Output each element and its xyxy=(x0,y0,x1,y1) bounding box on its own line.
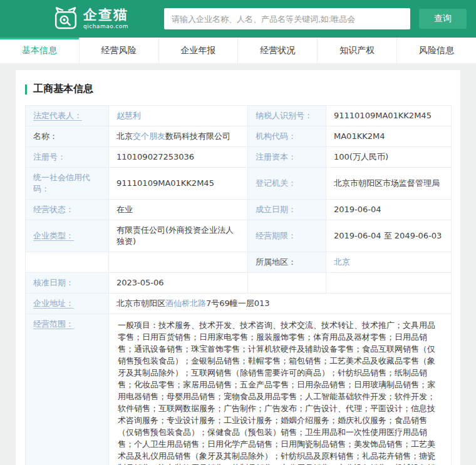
approval-date-value: 2023-05-06 xyxy=(109,273,248,294)
row-name-org-code: 名称： 北京交个朋友数码科技有限公司 机构代码： MA01KK2M4 xyxy=(26,126,452,147)
info-table: 法定代表人： 赵慧利 纳税人识别号： 91110109MA01KK2M45 名称… xyxy=(25,105,452,465)
logo-domain: qichamao.com xyxy=(83,23,128,29)
search-bar: 查询 xyxy=(164,8,467,29)
company-name-highlight-link[interactable]: 交个朋友 xyxy=(133,131,165,141)
row-approval-date: 核准日期： 2023-05-06 xyxy=(26,273,452,294)
section-title: 工商基本信息 xyxy=(25,83,451,96)
approval-date-label: 核准日期： xyxy=(26,273,109,294)
biz-status-label: 经营状态： xyxy=(26,200,109,220)
reg-authority-value: 北京市朝阳区市场监督管理局 xyxy=(326,168,452,200)
main-content: 工商基本信息 法定代表人： 赵慧利 纳税人识别号： 91110109MA01KK… xyxy=(0,63,476,465)
legal-rep-label: 法定代表人： xyxy=(26,106,109,126)
company-type-value: 有限责任公司(外商投资企业法人独资) xyxy=(109,220,248,252)
org-code-value: MA01KK2M4 xyxy=(326,126,452,147)
search-input[interactable] xyxy=(164,8,410,29)
reg-capital-label: 注册资本： xyxy=(248,147,326,168)
row-reg-no-capital: 注册号： 110109027253036 注册资本： 100(万人民币) xyxy=(26,147,452,168)
section-title-text: 工商基本信息 xyxy=(33,83,93,96)
credit-code-label: 统一社会信用代码： xyxy=(26,168,109,200)
row-business-scope: 经营范围： 一般项目：技术服务、技术开发、技术咨询、技术交流、技术转让、技术推广… xyxy=(26,314,452,465)
tab-bar: 基本信息 经营风险 企业年报 经营状况 知识产权 风险信息 xyxy=(0,38,476,63)
logo-title: 企查猫 xyxy=(83,8,128,22)
reg-no-value: 110109027253036 xyxy=(109,147,248,168)
tax-id-label: 纳税人识别号： xyxy=(248,106,326,126)
row-legal-rep-tax-id: 法定代表人： 赵慧利 纳税人识别号： 91110109MA01KK2M45 xyxy=(26,106,452,126)
company-type-label: 企业类型： xyxy=(26,220,109,252)
empty-cell xyxy=(326,273,452,294)
row-credit-code-authority: 统一社会信用代码： 91110109MA01KK2M45 登记机关： 北京市朝阳… xyxy=(26,168,452,200)
address-label: 企业地址： xyxy=(26,294,109,314)
row-status-establish-date: 经营状态： 在业 成立日期： 2019-06-04 xyxy=(26,200,452,220)
row-address: 企业地址： 北京市朝阳区酒仙桥北路7号69幢一层013 xyxy=(26,294,452,314)
logo-text: 企查猫 qichamao.com xyxy=(83,8,128,29)
biz-scope-value: 一般项目：技术服务、技术开发、技术咨询、技术交流、技术转让、技术推广；文具用品零… xyxy=(109,314,452,465)
region-link[interactable]: 北京 xyxy=(334,257,350,267)
empty-cell xyxy=(26,252,109,273)
address-value: 北京市朝阳区酒仙桥北路7号69幢一层013 xyxy=(109,294,452,314)
biz-scope-label: 经营范围： xyxy=(26,314,109,465)
region-label: 所属地区： xyxy=(248,252,326,273)
tab-basic-info[interactable]: 基本信息 xyxy=(0,38,79,63)
site-header: 企查猫 qichamao.com 查询 xyxy=(0,0,476,38)
legal-rep-link[interactable]: 赵慧利 xyxy=(116,111,141,120)
cat-logo-icon xyxy=(53,6,78,31)
region-value: 北京 xyxy=(326,252,452,273)
row-region: 所属地区： 北京 xyxy=(26,252,452,273)
search-button[interactable]: 查询 xyxy=(419,9,467,29)
address-highlight-link[interactable]: 酒仙桥北路 xyxy=(165,299,206,308)
biz-term-value: 2019-06-04 至 2049-06-03 xyxy=(326,220,452,252)
biz-status-value: 在业 xyxy=(109,200,248,220)
tab-operating-status[interactable]: 经营状况 xyxy=(237,38,317,63)
tab-annual-report[interactable]: 企业年报 xyxy=(158,38,238,63)
site-logo[interactable]: 企查猫 qichamao.com xyxy=(53,6,128,31)
company-name-value: 北京交个朋友数码科技有限公司 xyxy=(109,126,248,147)
tax-id-value: 91110109MA01KK2M45 xyxy=(326,106,452,126)
empty-cell xyxy=(109,252,248,273)
org-code-label: 机构代码： xyxy=(248,126,326,147)
establish-date-label: 成立日期： xyxy=(248,200,326,220)
reg-capital-value: 100(万人民币) xyxy=(326,147,452,168)
establish-date-value: 2019-06-04 xyxy=(326,200,452,220)
legal-rep-value: 赵慧利 xyxy=(109,106,248,126)
tab-intellectual-property[interactable]: 知识产权 xyxy=(317,38,396,63)
tab-operating-risk[interactable]: 经营风险 xyxy=(79,38,158,63)
reg-no-label: 注册号： xyxy=(26,147,109,168)
row-company-type-term: 企业类型： 有限责任公司(外商投资企业法人独资) 经营期限： 2019-06-0… xyxy=(26,220,452,252)
tab-risk-info[interactable]: 风险信息 xyxy=(396,38,476,63)
biz-term-label: 经营期限： xyxy=(248,220,326,252)
empty-cell xyxy=(248,273,326,294)
business-info-card: 工商基本信息 法定代表人： 赵慧利 纳税人识别号： 91110109MA01KK… xyxy=(16,70,460,465)
title-marker xyxy=(25,84,27,95)
reg-authority-label: 登记机关： xyxy=(248,168,326,200)
credit-code-value: 91110109MA01KK2M45 xyxy=(109,168,248,200)
company-name-label: 名称： xyxy=(26,126,109,147)
